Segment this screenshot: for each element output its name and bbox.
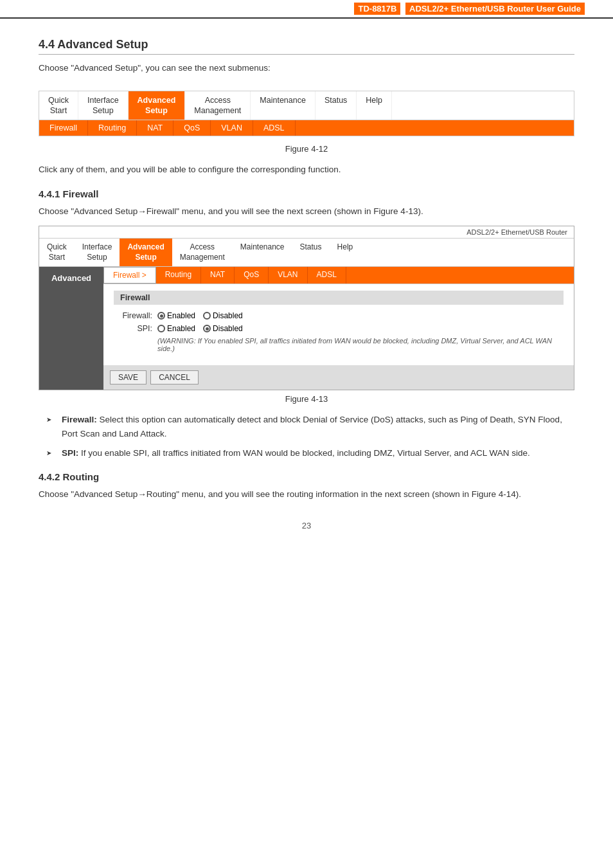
bullet-firewall-term: Firewall:	[62, 415, 97, 424]
guide-title: ADSL2/2+ Ethernet/USB Router User Guide	[405, 3, 585, 15]
router-main-panel: Firewall > Routing NAT QoS VLAN ADSL Fir…	[103, 267, 574, 390]
bullet-firewall: Firewall: Select this option can automat…	[51, 413, 574, 440]
router-nav-advanced-setup[interactable]: AdvancedSetup	[120, 239, 172, 266]
firewall-enabled-option[interactable]: Enabled	[157, 311, 195, 320]
spi-radio-group: Enabled Disabled	[157, 324, 243, 333]
nav-sub-bar-1: Firewall Routing NAT QoS VLAN ADSL	[39, 120, 574, 136]
router-nav-status[interactable]: Status	[292, 239, 330, 266]
nav-sub-firewall-1[interactable]: Firewall	[39, 120, 88, 136]
nav-advanced-setup-1[interactable]: AdvancedSetup	[129, 91, 186, 120]
nav-sub-routing-1[interactable]: Routing	[88, 120, 137, 136]
bullet-spi: SPI: If you enable SPI, all traffics ini…	[51, 446, 574, 460]
nav-maintenance-1[interactable]: Maintenance	[251, 91, 315, 120]
page-header: TD-8817B ADSL2/2+ Ethernet/USB Router Us…	[0, 0, 613, 19]
nav-status-1[interactable]: Status	[315, 91, 357, 120]
router-content-area: Firewall Firewall: Enabled Disabled	[103, 284, 574, 359]
bullet-list: Firewall: Select this option can automat…	[51, 413, 574, 460]
bullet-firewall-text: Select this option can automatically det…	[62, 415, 562, 439]
section-4-4-intro: Choose "Advanced Setup", you can see the…	[39, 61, 574, 75]
model-badge: TD-8817B	[354, 3, 400, 15]
spi-disabled-option[interactable]: Disabled	[203, 324, 243, 333]
firewall-enabled-label: Enabled	[167, 311, 195, 320]
figure-13-caption: Figure 4-13	[39, 394, 574, 404]
spi-enabled-radio[interactable]	[157, 325, 165, 332]
spi-disabled-radio[interactable]	[203, 325, 211, 332]
router-nav-maintenance[interactable]: Maintenance	[233, 239, 292, 266]
figure-4-12-nav: QuickStart InterfaceSetup AdvancedSetup …	[39, 91, 574, 137]
section-4-4-1-heading: 4.4.1 Firewall	[39, 188, 574, 199]
router-header-bar: ADSL2/2+ Ethernet/USB Router	[39, 226, 574, 239]
router-nav-quick-start[interactable]: QuickStart	[39, 239, 75, 266]
nav-sub-adsl-1[interactable]: ADSL	[253, 120, 296, 136]
cancel-button[interactable]: CANCEL	[150, 370, 199, 384]
spi-warning: (WARNING: If You enabled SPI, all traffi…	[157, 337, 564, 352]
save-button[interactable]: SAVE	[110, 370, 147, 384]
firewall-label: Firewall:	[114, 311, 152, 320]
nav-sub-vlan-1[interactable]: VLAN	[211, 120, 253, 136]
router-sub-adsl[interactable]: ADSL	[308, 267, 346, 284]
spi-disabled-label: Disabled	[213, 324, 243, 333]
nav-access-mgmt-1[interactable]: AccessManagement	[185, 91, 251, 120]
router-sub-firewall[interactable]: Firewall >	[103, 267, 156, 284]
router-nav-interface-setup[interactable]: InterfaceSetup	[75, 239, 120, 266]
nav-top-bar-1: QuickStart InterfaceSetup AdvancedSetup …	[39, 91, 574, 121]
nav-quick-start-1[interactable]: QuickStart	[39, 91, 78, 120]
nav-help-1[interactable]: Help	[357, 91, 392, 120]
section-4-4-2-heading: 4.4.2 Routing	[39, 471, 574, 482]
figure-12-caption: Figure 4-12	[39, 144, 574, 154]
product-name: TD-8817B ADSL2/2+ Ethernet/USB Router Us…	[354, 4, 587, 14]
section-4-4-1-intro: Choose "Advanced Setup→Firewall" menu, a…	[39, 204, 574, 219]
section-4-4-2-intro: Choose "Advanced Setup→Routing" menu, an…	[39, 487, 574, 502]
spi-enabled-label: Enabled	[167, 324, 195, 333]
main-content: 4.4 Advanced Setup Choose "Advanced Setu…	[0, 19, 613, 556]
router-sub-nat[interactable]: NAT	[201, 267, 235, 284]
spi-enabled-option[interactable]: Enabled	[157, 324, 195, 333]
sidebar-label: Advanced	[51, 273, 91, 283]
firewall-disabled-radio[interactable]	[203, 312, 211, 320]
button-row: SAVE CANCEL	[103, 365, 574, 390]
router-sidebar-layout: Advanced Firewall > Routing NAT QoS VLAN…	[39, 267, 574, 390]
click-text: Click any of them, and you will be able …	[39, 163, 574, 177]
router-nav-sub: Firewall > Routing NAT QoS VLAN ADSL	[103, 267, 574, 284]
firewall-disabled-option[interactable]: Disabled	[203, 311, 243, 320]
router-nav-help[interactable]: Help	[330, 239, 361, 266]
spi-label: SPI:	[114, 324, 152, 333]
page-number: 23	[39, 521, 574, 530]
firewall-disabled-label: Disabled	[213, 311, 243, 320]
nav-interface-setup-1[interactable]: InterfaceSetup	[78, 91, 129, 120]
firewall-enabled-radio[interactable]	[157, 312, 165, 320]
router-sidebar: Advanced	[39, 267, 103, 390]
nav-sub-nat-1[interactable]: NAT	[137, 120, 173, 136]
spi-row: SPI: Enabled Disabled	[114, 324, 564, 333]
firewall-row: Firewall: Enabled Disabled	[114, 311, 564, 320]
bullet-spi-text: If you enable SPI, all traffics initiate…	[78, 448, 530, 458]
router-sub-qos[interactable]: QoS	[235, 267, 269, 284]
router-nav-access-mgmt[interactable]: AccessManagement	[172, 239, 233, 266]
section-4-4-heading: 4.4 Advanced Setup	[39, 38, 574, 55]
router-sub-routing[interactable]: Routing	[156, 267, 201, 284]
bullet-spi-term: SPI:	[62, 448, 78, 458]
firewall-section-title: Firewall	[114, 291, 564, 305]
router-nav-top: QuickStart InterfaceSetup AdvancedSetup …	[39, 239, 574, 267]
router-sub-vlan[interactable]: VLAN	[269, 267, 307, 284]
firewall-radio-group: Enabled Disabled	[157, 311, 243, 320]
nav-sub-qos-1[interactable]: QoS	[173, 120, 211, 136]
figure-4-13-router: ADSL2/2+ Ethernet/USB Router QuickStart …	[39, 226, 574, 390]
